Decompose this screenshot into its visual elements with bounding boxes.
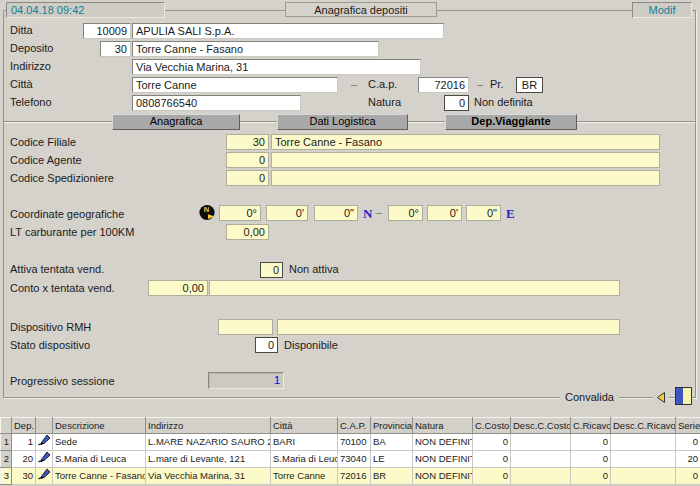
cell-provincia[interactable]: BR xyxy=(371,468,413,485)
cell-desc-c-ricavo[interactable] xyxy=(611,468,676,485)
lat-deg-field[interactable]: 0° xyxy=(219,205,261,221)
cell-dep[interactable]: 1 xyxy=(12,434,36,451)
row-edit-icon-cell[interactable] xyxy=(36,468,53,485)
cap-field[interactable]: 72016 xyxy=(418,77,469,93)
coordinate-label: Coordinate geografiche xyxy=(10,208,124,220)
compass-icon[interactable]: N xyxy=(199,204,216,223)
pr-field[interactable]: BR xyxy=(516,77,543,93)
cell-c-ricavo[interactable]: 0 xyxy=(571,468,611,485)
cell-dep[interactable]: 30 xyxy=(12,468,36,485)
cell-serie[interactable]: 20 xyxy=(676,451,700,468)
row-edit-icon-cell[interactable] xyxy=(36,434,53,451)
pen-edit-icon xyxy=(38,451,51,463)
cell-citta[interactable]: Torre Canne xyxy=(271,468,338,485)
cell-indirizzo[interactable]: L.mare di Levante, 121 xyxy=(146,451,271,468)
citta-field[interactable]: Torre Canne xyxy=(132,77,338,93)
col-header-dep: Dep. xyxy=(12,418,36,434)
anagrafica-depositi-window: 04.04.18 09:42 Anagrafica depositi Modif… xyxy=(0,0,700,486)
table-row[interactable]: 11SedeL.MARE NAZARIO SAURO 211BARI70100B… xyxy=(1,434,700,451)
attiva-field[interactable]: 0 xyxy=(260,262,283,278)
cell-natura[interactable]: NON DEFINITA xyxy=(413,451,473,468)
page-title: Anagrafica depositi xyxy=(285,2,437,17)
cell-c-costo[interactable]: 0 xyxy=(473,468,511,485)
cap-label: C.a.p. xyxy=(368,78,397,90)
cell-provincia[interactable]: BA xyxy=(371,434,413,451)
tab-dati-logistica[interactable]: Dati Logistica xyxy=(277,114,408,130)
conto-value-field[interactable]: 0,00 xyxy=(148,280,208,296)
cell-citta[interactable]: S.Maria di Leuca xyxy=(271,451,338,468)
datetime-display: 04.04.18 09:42 xyxy=(6,2,165,18)
table-row[interactable]: 220S.Maria di LeucaL.mare di Levante, 12… xyxy=(1,451,700,468)
cell-serie[interactable]: 0 xyxy=(676,434,700,451)
codice-filiale-field[interactable]: 30 xyxy=(226,134,269,150)
cell-natura[interactable]: NON DEFINITA xyxy=(413,434,473,451)
codice-filiale-desc-field[interactable]: Torre Canne - Fasano xyxy=(271,134,660,150)
cell-desc-c-costo[interactable] xyxy=(511,434,571,451)
pr-label: Pr. xyxy=(490,78,503,90)
codice-spedizioniere-desc-field[interactable] xyxy=(271,170,660,186)
ditta-name-field[interactable]: APULIA SALI S.p.A. xyxy=(132,23,444,39)
cell-c-costo[interactable]: 0 xyxy=(473,434,511,451)
tab-dep-viaggiante[interactable]: Dep.Viaggiante xyxy=(445,114,577,130)
cell-descrizione[interactable]: S.Maria di Leuca xyxy=(53,451,146,468)
lat-direction-letter: N xyxy=(363,206,372,222)
rmh-code-field[interactable] xyxy=(218,319,273,335)
row-edit-icon-cell[interactable] xyxy=(36,451,53,468)
cell-desc-c-costo[interactable] xyxy=(511,451,571,468)
attiva-desc: Non attiva xyxy=(289,263,339,275)
cell-citta[interactable]: BARI xyxy=(271,434,338,451)
indirizzo-field[interactable]: Via Vecchia Marina, 31 xyxy=(132,59,421,75)
tab-anagrafica[interactable]: Anagrafica xyxy=(112,114,240,130)
codice-spedizioniere-field[interactable]: 0 xyxy=(226,170,269,186)
natura-desc: Non definita xyxy=(474,96,533,108)
stato-dispositivo-field[interactable]: 0 xyxy=(255,337,278,353)
cell-rownum: 2 xyxy=(1,451,12,468)
cell-c-ricavo[interactable]: 0 xyxy=(571,434,611,451)
codice-agente-desc-field[interactable] xyxy=(271,152,660,168)
lon-sec-field[interactable]: 0" xyxy=(466,205,501,221)
deposito-name-field[interactable]: Torre Canne - Fasano xyxy=(132,41,379,57)
cell-desc-c-costo[interactable] xyxy=(511,468,571,485)
convalida-label: Convalida xyxy=(560,391,619,403)
lat-min-field[interactable]: 0' xyxy=(266,205,308,221)
lon-min-field[interactable]: 0' xyxy=(427,205,462,221)
col-header-rownum xyxy=(1,418,12,434)
cell-indirizzo[interactable]: Via Vecchia Marina, 31 xyxy=(146,468,271,485)
mode-badge: Modif xyxy=(632,2,692,18)
carburante-field[interactable]: 0,00 xyxy=(226,224,269,240)
cell-dep[interactable]: 20 xyxy=(12,451,36,468)
codice-agente-field[interactable]: 0 xyxy=(226,152,269,168)
cell-desc-c-ricavo[interactable] xyxy=(611,434,676,451)
pen-edit-icon xyxy=(38,434,51,446)
lon-direction-letter: E xyxy=(506,206,515,222)
col-header-indirizzo: Indirizzo xyxy=(146,418,271,434)
flag-toggle-icon[interactable] xyxy=(675,387,692,405)
telefono-field[interactable]: 0808766540 xyxy=(132,95,301,111)
lon-deg-field[interactable]: 0° xyxy=(388,205,423,221)
table-row[interactable]: 330Torre Canne - FasanoVia Vecchia Marin… xyxy=(1,468,700,485)
cell-cap[interactable]: 72016 xyxy=(338,468,371,485)
cell-natura[interactable]: NON DEFINITA xyxy=(413,468,473,485)
cell-c-ricavo[interactable]: 0 xyxy=(571,451,611,468)
rmh-desc-field[interactable] xyxy=(277,319,620,335)
col-header-c-costo: C.Costo xyxy=(473,418,511,434)
cell-indirizzo[interactable]: L.MARE NAZARIO SAURO 211 xyxy=(146,434,271,451)
deposito-code-field[interactable]: 30 xyxy=(100,41,131,57)
conto-desc-field[interactable] xyxy=(209,280,620,296)
cell-descrizione[interactable]: Torre Canne - Fasano xyxy=(53,468,146,485)
cell-cap[interactable]: 70100 xyxy=(338,434,371,451)
lat-sec-field[interactable]: 0" xyxy=(314,205,358,221)
cell-c-costo[interactable]: 0 xyxy=(473,451,511,468)
col-header-cap: C.A.P. xyxy=(338,418,371,434)
ditta-code-field[interactable]: 10009 xyxy=(83,23,131,39)
cell-cap[interactable]: 73040 xyxy=(338,451,371,468)
triangle-left-icon[interactable] xyxy=(653,389,669,405)
natura-code-field[interactable]: 0 xyxy=(444,95,469,111)
cell-rownum: 3 xyxy=(1,468,12,485)
cell-provincia[interactable]: LE xyxy=(371,451,413,468)
cell-serie[interactable]: 0 xyxy=(676,468,700,485)
cell-descrizione[interactable]: Sede xyxy=(53,434,146,451)
cell-desc-c-ricavo[interactable] xyxy=(611,451,676,468)
indirizzo-label: Indirizzo xyxy=(10,60,51,72)
col-header-c-ricavo: C.Ricavo xyxy=(571,418,611,434)
